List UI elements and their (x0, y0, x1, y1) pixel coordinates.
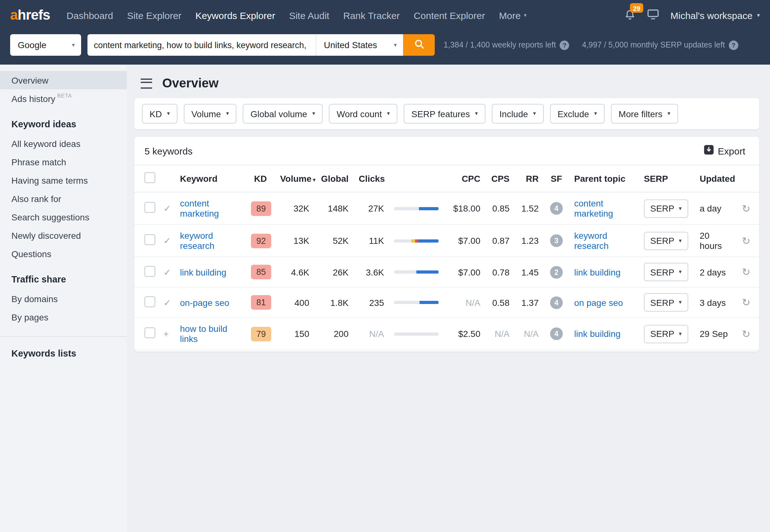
sidebar-item-newly-discovered[interactable]: Newly discovered (0, 226, 127, 244)
col-clicks[interactable]: Clicks (353, 165, 389, 192)
row-checkbox[interactable] (144, 234, 155, 245)
keywords-search-input[interactable] (87, 34, 315, 56)
refresh-icon[interactable]: ↻ (742, 297, 754, 308)
col-kd[interactable]: KD (246, 165, 275, 192)
sidebar-section-keywords-lists: Keywords lists (0, 348, 127, 358)
col-cpc[interactable]: CPC (444, 165, 486, 192)
refresh-icon[interactable]: ↻ (742, 203, 754, 214)
row-checkbox[interactable] (144, 266, 155, 276)
help-icon[interactable]: ? (560, 40, 569, 50)
help-icon[interactable]: ? (729, 40, 738, 50)
col-keyword[interactable]: Keyword (175, 165, 246, 192)
caret-down-icon: ▾ (679, 300, 682, 305)
sidebar-item-by-pages[interactable]: By pages (0, 308, 127, 326)
sidebar-item-ads-history[interactable]: Ads history BETA (0, 89, 127, 108)
ahrefs-logo[interactable]: ahrefs (10, 7, 50, 23)
sidebar-item-overview[interactable]: Overview (0, 71, 127, 89)
updated-value: 3 days (695, 287, 736, 318)
filter-kd[interactable]: KD▾ (142, 104, 177, 123)
sort-caret-icon: ▾ (313, 177, 315, 183)
updated-value: 2 days (695, 257, 736, 287)
sidebar-item-having-same-terms[interactable]: Having same terms (0, 171, 127, 189)
col-cps[interactable]: CPS (486, 165, 515, 192)
serp-dropdown-button[interactable]: SERP▾ (644, 199, 688, 218)
search-engine-select[interactable]: Google ▾ (10, 34, 81, 56)
refresh-icon[interactable]: ↻ (742, 267, 754, 277)
parent-topic-link[interactable]: link building (574, 329, 621, 339)
clicks-value: N/A (353, 318, 389, 350)
page-title: Overview (162, 76, 219, 91)
nav-keywords-explorer[interactable]: Keywords Explorer (195, 10, 275, 21)
export-button[interactable]: Export (700, 144, 749, 157)
sidebar-item-search-suggestions[interactable]: Search suggestions (0, 208, 127, 226)
global-volume-value: 148K (314, 192, 353, 225)
col-updated[interactable]: Updated (695, 165, 736, 192)
keyword-added-check-icon: ✓ (163, 236, 171, 246)
col-volume[interactable]: Volume▾ (275, 165, 314, 192)
keyword-added-check-icon: ✓ (163, 267, 171, 277)
nav-rank-tracker[interactable]: Rank Tracker (343, 10, 400, 21)
updated-value: 20 hours (695, 225, 736, 257)
parent-topic-link[interactable]: link building (574, 267, 621, 277)
cps-value: 0.87 (486, 225, 515, 257)
workspace-menu[interactable]: Michal's workspace ▾ (671, 10, 760, 21)
row-checkbox[interactable] (144, 296, 155, 307)
refresh-icon[interactable]: ↻ (742, 328, 754, 339)
keyword-link[interactable]: how to build links (180, 324, 227, 344)
parent-topic-link[interactable]: keyword research (574, 231, 609, 251)
caret-down-icon: ▾ (533, 111, 536, 117)
result-count: 5 keywords (144, 145, 193, 156)
nav-site-audit[interactable]: Site Audit (289, 10, 329, 21)
filter-more-filters[interactable]: More filters▾ (611, 104, 678, 123)
screen-share-button[interactable] (647, 9, 659, 22)
rr-value: 1.37 (515, 287, 544, 318)
nav-content-explorer[interactable]: Content Explorer (414, 10, 485, 21)
global-volume-value: 26K (314, 257, 353, 287)
filter-serp-features[interactable]: SERP features▾ (404, 104, 486, 123)
parent-topic-link[interactable]: on page seo (574, 297, 623, 307)
sidebar-item-by-domains[interactable]: By domains (0, 289, 127, 308)
keyword-added-check-icon: ✓ (163, 203, 171, 213)
toggle-sidebar-icon[interactable] (141, 78, 152, 88)
nav-site-explorer[interactable]: Site Explorer (127, 10, 181, 21)
caret-down-icon: ▾ (312, 111, 315, 117)
serp-dropdown-button[interactable]: SERP▾ (644, 231, 688, 250)
keyword-link[interactable]: content marketing (180, 198, 219, 219)
clicks-value: 27K (353, 192, 389, 225)
cpc-value: $7.00 (444, 257, 486, 287)
serp-dropdown-button[interactable]: SERP▾ (644, 263, 688, 281)
table-row: ✓ link building 85 4.6K 26K 3.6K $7.00 0… (134, 257, 759, 287)
col-rr[interactable]: RR (515, 165, 544, 192)
serp-dropdown-button[interactable]: SERP▾ (644, 325, 688, 343)
parent-topic-link[interactable]: content marketing (574, 198, 613, 219)
nav-dashboard[interactable]: Dashboard (67, 10, 113, 21)
col-global[interactable]: Global (314, 165, 353, 192)
filter-volume[interactable]: Volume▾ (184, 104, 236, 123)
select-all-checkbox[interactable] (144, 172, 155, 183)
add-keyword-icon[interactable]: + (163, 329, 169, 339)
serp-dropdown-button[interactable]: SERP▾ (644, 293, 688, 312)
keyword-link[interactable]: keyword research (180, 231, 214, 251)
sidebar-item-also-rank-for[interactable]: Also rank for (0, 189, 127, 208)
filter-include[interactable]: Include▾ (492, 104, 544, 123)
filter-global-volume[interactable]: Global volume▾ (243, 104, 322, 123)
notifications-button[interactable]: 29 (624, 8, 636, 22)
filter-exclude[interactable]: Exclude▾ (550, 104, 605, 123)
keyword-link[interactable]: link building (180, 267, 226, 277)
row-checkbox[interactable] (144, 327, 155, 338)
country-select[interactable]: United States ▾ (315, 34, 403, 56)
col-parent-topic[interactable]: Parent topic (569, 165, 639, 192)
search-button[interactable] (403, 34, 435, 56)
rr-value: 1.23 (515, 225, 544, 257)
sidebar-item-questions[interactable]: Questions (0, 244, 127, 263)
col-sf[interactable]: SF (544, 165, 569, 192)
refresh-icon[interactable]: ↻ (742, 235, 754, 246)
nav-more[interactable]: More▾ (499, 10, 527, 21)
global-volume-value: 200 (314, 318, 353, 350)
filter-word-count[interactable]: Word count▾ (329, 104, 398, 123)
kd-badge: 89 (251, 201, 271, 216)
row-checkbox[interactable] (144, 202, 155, 213)
keyword-link[interactable]: on-page seo (180, 297, 229, 307)
sidebar-item-all-keyword-ideas[interactable]: All keyword ideas (0, 134, 127, 153)
sidebar-item-phrase-match[interactable]: Phrase match (0, 153, 127, 171)
